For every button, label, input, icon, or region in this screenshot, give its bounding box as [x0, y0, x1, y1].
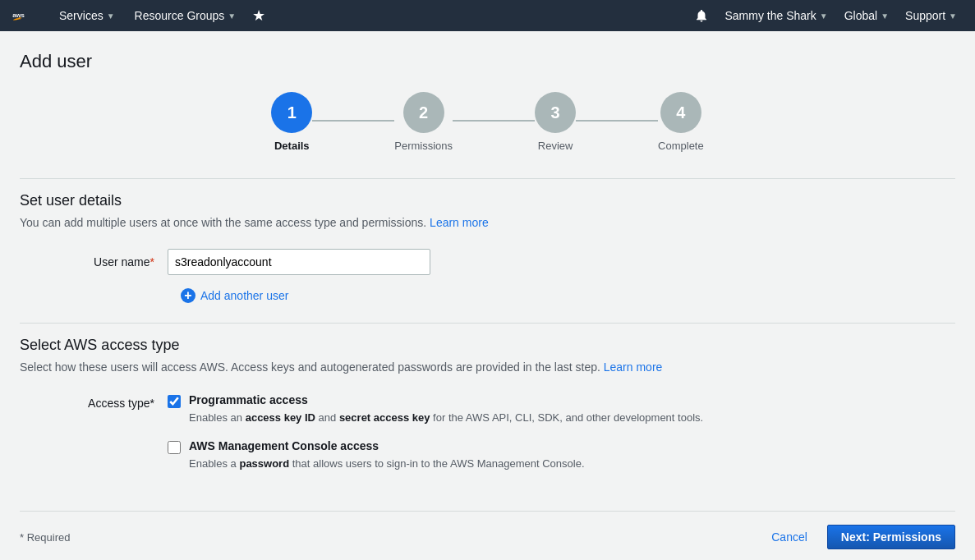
- console-access-option: AWS Management Console access Enables a …: [168, 439, 703, 472]
- step-4-label: Complete: [658, 140, 704, 152]
- section-divider-2: [20, 323, 955, 324]
- page-footer: * Required Cancel Next: Permissions: [20, 511, 955, 549]
- favorites-icon[interactable]: ★: [246, 0, 272, 31]
- set-user-details-title: Set user details: [20, 192, 955, 209]
- services-chevron-icon: ▼: [107, 11, 115, 21]
- access-type-section: Select AWS access type Select how these …: [20, 323, 955, 471]
- navbar: aws Services ▼ Resource Groups ▼ ★ Sammy…: [0, 0, 975, 31]
- step-connector-3-4: [576, 120, 658, 122]
- stepper: 1 Details 2 Permissions 3 Review 4 Compl…: [20, 92, 955, 152]
- access-type-required: *: [150, 397, 154, 410]
- step-4-circle: 4: [660, 92, 701, 133]
- console-access-checkbox[interactable]: [168, 441, 181, 454]
- access-type-desc: Select how these users will access AWS. …: [20, 360, 955, 374]
- user-chevron-icon: ▼: [820, 11, 828, 21]
- add-another-user-label: Add another user: [200, 289, 288, 302]
- programmatic-access-desc: Enables an access key ID and secret acce…: [189, 410, 703, 426]
- svg-text:aws: aws: [12, 11, 25, 19]
- console-access-title: AWS Management Console access: [189, 439, 585, 452]
- page-title: Add user: [20, 51, 955, 72]
- step-3-label: Review: [538, 140, 573, 152]
- support-chevron-icon: ▼: [949, 11, 957, 21]
- support-menu[interactable]: Support ▼: [897, 0, 965, 31]
- section-divider-1: [20, 178, 955, 179]
- step-1-label: Details: [274, 140, 310, 152]
- cancel-button[interactable]: Cancel: [761, 526, 817, 549]
- username-label: Sammy the Shark: [725, 9, 816, 22]
- services-label: Services: [59, 9, 103, 22]
- access-type-title: Select AWS access type: [20, 337, 955, 354]
- add-circle-icon: +: [181, 288, 195, 303]
- access-type-label: Access type*: [20, 393, 168, 410]
- step-1-circle: 1: [271, 92, 312, 133]
- step-2-label: Permissions: [394, 140, 453, 152]
- username-input[interactable]: [168, 249, 430, 275]
- main-content: Add user 1 Details 2 Permissions 3 Revie…: [0, 31, 975, 560]
- step-2: 2 Permissions: [394, 92, 453, 152]
- programmatic-access-title: Programmatic access: [189, 393, 703, 406]
- notifications-icon[interactable]: [686, 0, 717, 31]
- set-user-details-learn-more[interactable]: Learn more: [430, 216, 489, 229]
- footer-actions: Cancel Next: Permissions: [761, 525, 955, 549]
- step-3: 3 Review: [535, 92, 576, 152]
- step-2-circle: 2: [403, 92, 444, 133]
- username-label: User name*: [20, 249, 168, 269]
- region-menu[interactable]: Global ▼: [836, 0, 897, 31]
- access-type-learn-more[interactable]: Learn more: [604, 360, 663, 374]
- access-options: Programmatic access Enables an access ke…: [168, 393, 703, 471]
- services-menu[interactable]: Services ▼: [49, 0, 125, 31]
- required-note: * Required: [20, 531, 70, 544]
- console-access-desc: Enables a password that allows users to …: [189, 456, 585, 472]
- user-menu[interactable]: Sammy the Shark ▼: [717, 0, 836, 31]
- step-1: 1 Details: [271, 92, 312, 152]
- username-row: User name*: [20, 249, 955, 275]
- region-label: Global: [844, 9, 877, 22]
- access-type-row: Access type* Programmatic access Enables…: [20, 393, 955, 471]
- resource-groups-menu[interactable]: Resource Groups ▼: [125, 0, 246, 31]
- step-3-circle: 3: [535, 92, 576, 133]
- next-button[interactable]: Next: Permissions: [827, 525, 955, 549]
- set-user-details-desc: You can add multiple users at once with …: [20, 216, 955, 229]
- username-required: *: [150, 255, 154, 269]
- step-4: 4 Complete: [658, 92, 704, 152]
- add-another-user-button[interactable]: + Add another user: [181, 288, 955, 303]
- step-connector-1-2: [312, 120, 394, 122]
- resource-groups-chevron-icon: ▼: [228, 11, 236, 21]
- programmatic-access-option: Programmatic access Enables an access ke…: [168, 393, 703, 426]
- programmatic-access-checkbox[interactable]: [168, 395, 181, 408]
- region-chevron-icon: ▼: [881, 11, 889, 21]
- aws-logo[interactable]: aws: [10, 0, 43, 31]
- support-label: Support: [905, 9, 945, 22]
- resource-groups-label: Resource Groups: [135, 9, 225, 22]
- step-connector-2-3: [453, 120, 535, 122]
